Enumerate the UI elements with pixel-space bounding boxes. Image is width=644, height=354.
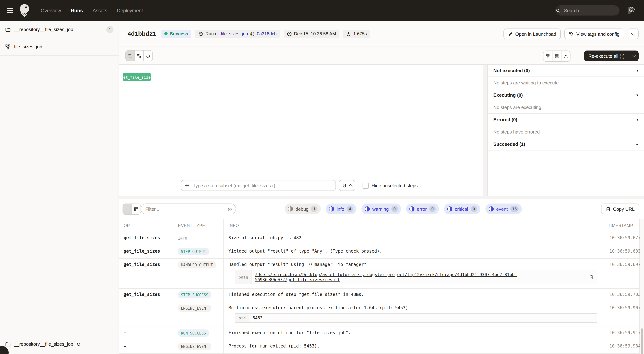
dagster-logo[interactable] (18, 3, 31, 18)
log-event-type-cell: ENGINE_EVENT (173, 340, 224, 353)
event-type-badge: HANDLED_OUTPUT (178, 261, 216, 268)
log-timestamp-cell: 10:36:59.683 (603, 245, 640, 258)
log-level-toggle-error[interactable]: error0 (406, 204, 439, 214)
log-row[interactable]: get_file_sizesSTEP_SUCCESSFinished execu… (119, 289, 639, 302)
gantt-timed-view-button[interactable] (144, 51, 152, 61)
event-log-table: OPEVENT TYPEINFOTIMESTAMP get_file_sizes… (119, 219, 640, 354)
chevron-up-icon (348, 184, 353, 188)
copy-path-icon[interactable] (589, 275, 594, 279)
status-dot-icon (164, 32, 168, 35)
step-subset-input[interactable] (192, 183, 332, 189)
hide-unselected-checkbox[interactable] (362, 183, 369, 189)
nav-item-deployment[interactable]: Deployment (117, 8, 143, 13)
log-event-type-cell: HANDLED_OUTPUT (173, 259, 224, 288)
log-level-label: debug (296, 206, 308, 212)
step-status-section-header[interactable]: Executing (0)▾ (488, 89, 644, 101)
step-status-section-header[interactable]: Not executed (0)▾ (488, 65, 644, 77)
log-info-text: Process for run exited (pid: 5453). (228, 343, 598, 348)
sidebar-item-repository[interactable]: __repository__file_sizes_job 1 (0, 21, 118, 38)
sidebar-repo-label: __repository__file_sizes_job (14, 27, 103, 32)
chevron-down-icon (631, 31, 635, 36)
pencil-icon (508, 32, 513, 36)
re-execute-button-group: Re-execute all (*) (584, 51, 638, 61)
log-event-type-cell: STEP_SUCCESS (173, 289, 224, 302)
column-header-info: INFO (224, 219, 603, 232)
clear-filter-icon[interactable]: ⊗ (228, 206, 232, 212)
log-row[interactable]: -ENGINE_EVENTProcess for run exited (pid… (119, 340, 639, 354)
view-tags-config-button[interactable]: View tags and config (564, 29, 624, 39)
search-icon (556, 6, 560, 15)
log-level-count: 0 (471, 206, 477, 212)
more-actions-button[interactable] (628, 29, 638, 39)
nav-item-overview[interactable]: Overview (41, 8, 61, 13)
global-search[interactable]: / (555, 6, 620, 16)
run-status-badge: Success (161, 29, 191, 38)
log-list-view-button[interactable] (123, 204, 132, 214)
log-level-label: critical (455, 206, 468, 212)
log-scrollbar-thumb[interactable] (641, 328, 643, 354)
stopwatch-icon (346, 31, 351, 36)
sidebar-job-label: file_sizes_job (14, 44, 114, 49)
log-op-cell: - (119, 302, 173, 326)
gantt-waterfall-view-button[interactable] (135, 51, 144, 61)
log-op-cell: - (119, 327, 173, 340)
graph-query-toggle-button[interactable] (339, 180, 355, 191)
log-event-type-cell: ENGINE_EVENT (173, 302, 224, 326)
search-input[interactable] (563, 8, 628, 14)
structured-view-icon (134, 207, 139, 212)
app-root: OverviewRunsAssetsDeployment / __reposit… (0, 0, 644, 354)
gantt-step-bar[interactable]: get_file_sizes (123, 73, 151, 81)
event-type-badge: STEP_SUCCESS (178, 291, 211, 298)
log-structured-view-button[interactable] (132, 204, 140, 214)
copy-url-button[interactable]: Copy URL (601, 204, 639, 214)
log-timestamp-cell: 10:36:59.917 (603, 327, 640, 340)
chevron-down-icon: ▾ (636, 118, 638, 122)
toggle-icon (288, 206, 293, 212)
sidebar-footer-repo[interactable]: __repository__file_sizes_job ↻ (0, 334, 118, 354)
log-timestamp-cell: 10:36:59.703 (603, 289, 640, 302)
log-op-cell: - (119, 340, 173, 353)
toggle-icon (409, 206, 414, 212)
gantt-flat-view-button[interactable] (126, 51, 135, 61)
expand-bottom-panel-button[interactable] (544, 51, 552, 61)
nav-item-assets[interactable]: Assets (92, 8, 107, 13)
log-row[interactable]: get_file_sizesINFOSize of serial_job.py … (119, 232, 639, 245)
log-event-type-cell: STEP_OUTPUT (173, 245, 224, 258)
expand-top-panel-button[interactable] (562, 51, 570, 61)
event-type-badge: ENGINE_EVENT (178, 343, 211, 350)
sidebar-item-job[interactable]: file_sizes_job (0, 38, 118, 56)
expand-up-icon (563, 54, 568, 59)
toggle-icon (329, 206, 334, 212)
re-execute-all-button[interactable]: Re-execute all (*) (584, 51, 629, 61)
log-info-text: Size of serial_job.py is 482 (228, 235, 598, 240)
split-panels-button[interactable] (552, 51, 562, 61)
log-level-toggle-warning[interactable]: warning0 (362, 204, 401, 214)
log-level-toggle-critical[interactable]: critical0 (444, 204, 480, 214)
copy-path-button[interactable] (589, 275, 594, 279)
metadata-value: /Users/erincochran/Desktop/asset_tutoria… (252, 270, 597, 284)
open-in-launchpad-button[interactable]: Open in Launchpad (504, 29, 561, 39)
log-filter-input[interactable] (144, 206, 228, 212)
log-row[interactable]: get_file_sizesHANDLED_OUTPUTHandled outp… (119, 259, 639, 289)
event-type-badge: RUN_SUCCESS (178, 329, 209, 337)
log-row[interactable]: -ENGINE_EVENTMultiprocess executor: pare… (119, 302, 639, 327)
step-status-section-header[interactable]: Errored (0)▾ (488, 114, 644, 126)
nav-item-runs[interactable]: Runs (71, 8, 83, 13)
chevron-right-icon: ▸ (636, 142, 638, 146)
hamburger-menu-icon[interactable] (7, 8, 13, 13)
metadata-path-link[interactable]: /Users/erincochran/Desktop/asset_tutoria… (255, 272, 587, 282)
log-level-toggle-debug[interactable]: debug1 (285, 204, 321, 214)
log-row[interactable]: get_file_sizesSTEP_OUTPUTYielded output … (119, 245, 639, 259)
sidebar-footer-label: __repository__file_sizes_job (14, 341, 73, 347)
step-status-section-header[interactable]: Succeeded (1)▸ (488, 138, 644, 150)
log-level-toggle-event[interactable]: event16 (486, 204, 522, 214)
re-execute-dropdown-button[interactable] (629, 51, 638, 61)
reload-icon[interactable]: ↻ (76, 341, 80, 346)
commit-link[interactable]: 0a318dcb (257, 31, 276, 36)
gear-icon[interactable] (628, 6, 635, 13)
log-level-toggle-info[interactable]: info4 (326, 204, 356, 214)
job-link[interactable]: file_sizes_job (221, 31, 248, 36)
log-level-label: error (417, 206, 427, 212)
log-row[interactable]: -RUN_SUCCESSFinished execution of run fo… (119, 327, 639, 340)
log-view-switcher (122, 204, 141, 215)
